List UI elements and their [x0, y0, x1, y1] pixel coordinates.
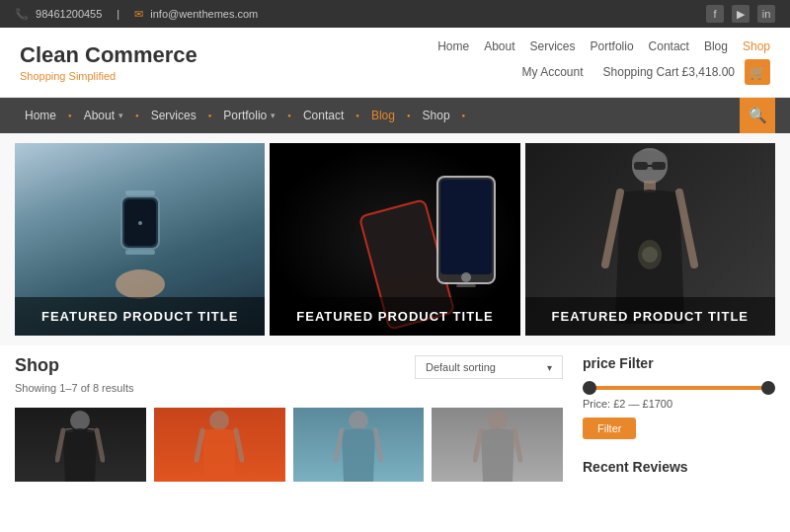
featured-title-1: FEATURED PRODUCT TITLE: [15, 297, 265, 336]
search-button[interactable]: 🔍: [740, 98, 775, 133]
cart-icon: 🛒: [750, 65, 765, 80]
svg-rect-0: [125, 190, 155, 195]
header-nav-home[interactable]: Home: [437, 39, 469, 53]
my-account-link[interactable]: My Account: [522, 65, 584, 79]
figure-2: [154, 408, 285, 482]
top-bar-left: 📞 98461200455 | ✉ info@wenthemes.com: [15, 8, 258, 21]
sort-select[interactable]: Default sorting ▾: [415, 355, 563, 379]
product-img-3: [293, 408, 425, 482]
header-nav-about[interactable]: About: [484, 39, 514, 53]
price-filter-title: price Filter: [583, 355, 775, 371]
model4-svg: [473, 411, 522, 482]
product-img-1: [15, 408, 146, 482]
linkedin-icon[interactable]: in: [757, 5, 775, 23]
svg-rect-5: [125, 250, 155, 255]
email-info: ✉ info@wenthemes.com: [134, 8, 258, 21]
nav-dot-7: ●: [462, 113, 466, 118]
price-range-slider[interactable]: [583, 386, 775, 390]
about-chevron: ▾: [118, 111, 123, 120]
nav-portfolio[interactable]: Portfolio ▾: [213, 99, 285, 132]
shop-section: Shop Showing 1–7 of 8 results Default so…: [0, 345, 790, 504]
nav-blog[interactable]: Blog: [361, 99, 405, 132]
header-nav-services[interactable]: Services: [530, 39, 576, 53]
product-card-4[interactable]: [432, 408, 563, 482]
header-nav-contact[interactable]: Contact: [649, 39, 689, 53]
range-handle-left[interactable]: [583, 381, 596, 395]
nav-home[interactable]: Home: [15, 99, 66, 132]
svg-point-21: [642, 247, 658, 263]
figure-1: [15, 408, 146, 482]
featured-item-1[interactable]: FEATURED PRODUCT TITLE: [15, 143, 265, 336]
svg-point-22: [70, 411, 90, 430]
svg-point-4: [138, 221, 142, 225]
shopping-cart-link[interactable]: Shopping Cart £3,418.00: [603, 65, 735, 79]
svg-point-6: [116, 269, 165, 299]
logo-subtitle: Shopping Simplified: [20, 70, 198, 82]
range-handle-right[interactable]: [761, 381, 775, 395]
filter-button[interactable]: Filter: [583, 418, 636, 439]
model2-svg: [195, 411, 244, 482]
shop-main: Shop Showing 1–7 of 8 results Default so…: [15, 355, 563, 494]
svg-point-12: [461, 272, 471, 282]
nav-services[interactable]: Services: [141, 99, 206, 132]
recent-reviews-title: Recent Reviews: [583, 459, 775, 475]
separator: |: [117, 8, 119, 20]
watch-svg: [101, 176, 180, 304]
phone-info: 📞 98461200455: [15, 8, 102, 21]
nav-dot-6: ●: [407, 113, 411, 118]
featured-item-3[interactable]: FEATURED PRODUCT TITLE: [525, 143, 775, 336]
header-nav-portfolio[interactable]: Portfolio: [591, 39, 634, 53]
nav-dot-5: ●: [356, 113, 359, 118]
product-card-1[interactable]: [15, 408, 146, 482]
sort-label: Default sorting: [426, 361, 496, 373]
nav-dot-1: ●: [68, 113, 72, 118]
featured-section: FEATURED PRODUCT TITLE FEATURED PRODUCT …: [0, 133, 790, 345]
svg-rect-11: [440, 180, 492, 274]
header-nav-shop[interactable]: Shop: [743, 39, 770, 53]
model3-svg: [334, 411, 383, 482]
social-icons: f ▶ in: [706, 5, 775, 23]
logo[interactable]: Clean Commerce Shopping Simplified: [20, 42, 198, 82]
top-bar: 📞 98461200455 | ✉ info@wenthemes.com f ▶…: [0, 0, 790, 28]
svg-point-25: [209, 411, 229, 430]
svg-rect-18: [652, 162, 666, 170]
main-nav: Home ● About ▾ ● Services ● Portfolio ▾ …: [0, 98, 790, 133]
phone-icon: 📞: [15, 8, 29, 20]
featured-title-2: FEATURED PRODUCT TITLE: [270, 297, 519, 336]
product-grid: [15, 408, 563, 482]
price-range-fill: [583, 386, 775, 390]
youtube-icon[interactable]: ▶: [732, 5, 750, 23]
nav-dot-3: ●: [208, 113, 212, 118]
nav-shop[interactable]: Shop: [413, 99, 460, 132]
search-icon: 🔍: [749, 107, 767, 124]
featured-item-2[interactable]: FEATURED PRODUCT TITLE: [270, 143, 519, 336]
recent-reviews-section: Recent Reviews: [583, 459, 775, 475]
phone-number: 98461200455: [36, 8, 102, 20]
figure-3: [293, 408, 425, 482]
product-card-3[interactable]: [293, 408, 425, 482]
site-header: Clean Commerce Shopping Simplified Home …: [0, 28, 790, 98]
shop-title: Shop: [15, 355, 133, 376]
svg-rect-13: [456, 284, 476, 287]
product-card-2[interactable]: [154, 408, 285, 482]
svg-point-26: [349, 411, 368, 430]
shop-sidebar: price Filter Price: £2 — £1700 Filter Re…: [583, 355, 775, 494]
price-filter-section: price Filter Price: £2 — £1700 Filter: [583, 355, 775, 439]
header-right: Home About Services Portfolio Contact Bl…: [437, 39, 770, 85]
figure-4: [432, 408, 563, 482]
svg-rect-17: [634, 162, 648, 170]
nav-about[interactable]: About ▾: [74, 99, 133, 132]
email-icon: ✉: [134, 8, 143, 20]
featured-title-3: FEATURED PRODUCT TITLE: [525, 297, 775, 336]
facebook-icon[interactable]: f: [706, 5, 724, 23]
nav-dot-4: ●: [287, 113, 291, 118]
product-img-4: [432, 408, 563, 482]
nav-contact[interactable]: Contact: [293, 99, 354, 132]
header-nav-blog[interactable]: Blog: [704, 39, 728, 53]
price-label: Price: £2 — £1700: [583, 398, 775, 410]
shop-results: Showing 1–7 of 8 results: [15, 382, 133, 394]
sort-container: Default sorting ▾: [415, 355, 563, 379]
cart-icon-button[interactable]: 🛒: [745, 59, 770, 85]
main-nav-items: Home ● About ▾ ● Services ● Portfolio ▾ …: [15, 99, 740, 132]
sort-arrow-icon: ▾: [547, 362, 552, 373]
